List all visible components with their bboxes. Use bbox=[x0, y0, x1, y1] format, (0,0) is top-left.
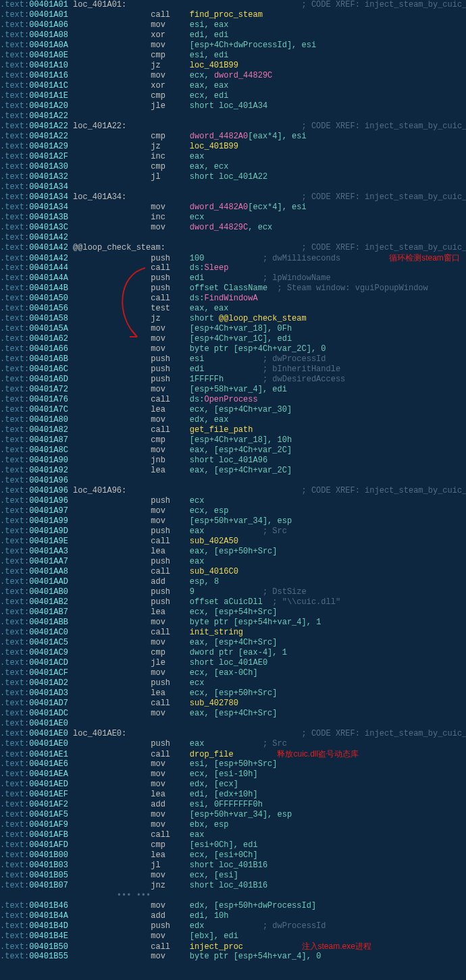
segment: .text: bbox=[0, 283, 29, 293]
operand-part: 4Ch bbox=[214, 40, 229, 50]
operand-part: esp, bbox=[190, 577, 214, 587]
asm-line: .text:00401A30 cmp eax, ecx bbox=[0, 162, 466, 172]
asm-line: .text:00401A01 loc_401A01: ; CODE XREF: … bbox=[0, 0, 466, 10]
mnemonic: lea bbox=[151, 405, 190, 414]
operand-part: ecx, [eax- bbox=[190, 668, 238, 678]
mnemonic: mov bbox=[151, 780, 190, 789]
operand-part: ], edi bbox=[228, 840, 257, 850]
operand-part: ], bbox=[263, 435, 278, 445]
address: 00401B4E bbox=[29, 931, 68, 941]
operand-part: var_34 bbox=[234, 810, 263, 819]
operand-part: 54h bbox=[258, 618, 273, 627]
operand-part: 8 bbox=[214, 577, 219, 587]
asm-line: .text:00401A22 bbox=[0, 111, 466, 121]
operand-part: 50h bbox=[238, 759, 253, 769]
mnemonic: mov bbox=[151, 415, 190, 425]
address: 00401A96 bbox=[29, 476, 68, 485]
asm-line: .text:00401AEA mov ecx, [esi-10h] bbox=[0, 769, 466, 780]
code-label: @@loop_check_steam: bbox=[73, 243, 165, 252]
operand-part: 0Ch bbox=[238, 668, 253, 678]
address: 00401B4A bbox=[29, 911, 68, 921]
code-label: loc_401A34: bbox=[73, 192, 126, 202]
segment: .text: bbox=[0, 618, 29, 627]
operand-part: eax bbox=[190, 830, 205, 840]
operand-part: ], bbox=[302, 952, 317, 961]
asm-line: .text:00401AD2 push ecx bbox=[0, 678, 466, 688]
address: 00401A44 bbox=[29, 263, 68, 273]
address: 00401A0E bbox=[29, 51, 68, 60]
asm-line: .text:00401AE1 call drop_file 释放cuic.dll… bbox=[0, 749, 466, 759]
address: 00401AA3 bbox=[29, 547, 68, 556]
operand-part: [esp+ bbox=[190, 516, 214, 526]
asm-line: .text:00401A80 mov edx, eax bbox=[0, 415, 466, 425]
operand-part: dword_44829C bbox=[190, 223, 248, 232]
address: 00401B03 bbox=[29, 861, 68, 870]
segment: .text: bbox=[0, 152, 29, 161]
code-label: loc_401A01: bbox=[73, 0, 126, 9]
segment: .text: bbox=[0, 547, 29, 556]
operand-part: 10h bbox=[214, 911, 229, 921]
address: 00401A1E bbox=[29, 91, 68, 101]
address: 00401B55 bbox=[29, 952, 68, 961]
segment: .text: bbox=[0, 466, 29, 475]
segment: .text: bbox=[0, 223, 29, 232]
asm-line: .text:00401AE0 bbox=[0, 719, 466, 729]
operand-part: short loc_401B16 bbox=[190, 881, 267, 890]
operand-part: 54h bbox=[238, 607, 253, 617]
operand-part: aCuicDll bbox=[224, 597, 263, 607]
segment: .text: bbox=[0, 739, 29, 748]
mnemonic: mov bbox=[151, 71, 190, 80]
operand-part: + bbox=[228, 334, 233, 344]
mnemonic: add bbox=[151, 911, 190, 921]
address: 00401ACD bbox=[29, 658, 68, 668]
mnemonic: jl bbox=[151, 172, 190, 182]
xref-comment: ; CODE XREF: inject_steam_by_cuic_dll+E0… bbox=[302, 486, 467, 495]
mnemonic: jz bbox=[151, 61, 190, 70]
mnemonic: inc bbox=[151, 152, 190, 161]
asm-line: .text:00401AFD cmp [esi+0Ch], edi bbox=[0, 840, 466, 850]
operand-part: ], esp bbox=[263, 810, 292, 819]
operand-part: 4 bbox=[272, 132, 277, 141]
operand-part: edi bbox=[190, 364, 205, 374]
asm-line: .text:00401AA7 push eax bbox=[0, 557, 466, 567]
mnemonic: call bbox=[151, 537, 190, 546]
operand-part: , ecx bbox=[248, 223, 272, 232]
asm-line: .text:00401A3C mov dword_44829C, ecx bbox=[0, 223, 466, 233]
asm-line: .text:00401A96 bbox=[0, 476, 466, 486]
operand-part: ] bbox=[253, 668, 257, 678]
mnemonic: mov bbox=[151, 516, 190, 526]
operand-part: var_2C bbox=[258, 466, 287, 475]
address: 00401A3B bbox=[29, 213, 68, 222]
address: 00401A56 bbox=[29, 304, 68, 313]
mnemonic: mov bbox=[151, 20, 190, 30]
address: 00401A1C bbox=[29, 81, 68, 90]
xref-comment: ; CODE XREF: inject_steam_by_cuic_dll+82… bbox=[302, 121, 467, 131]
operand-part: 10h bbox=[238, 769, 253, 779]
operand-part: ClassName bbox=[224, 283, 267, 293]
operand-part: 4Ch bbox=[238, 638, 253, 647]
operand-part: 0Ch bbox=[238, 850, 253, 860]
operand-part: Src bbox=[258, 759, 273, 769]
operand-part: + bbox=[228, 40, 233, 50]
operand-part: 50h bbox=[214, 516, 229, 526]
segment: .text: bbox=[0, 101, 29, 111]
segment: .text: bbox=[0, 840, 29, 850]
operand-part: eax bbox=[190, 526, 205, 536]
operand-part: ] bbox=[272, 547, 277, 556]
operand-part: var_4 bbox=[278, 618, 302, 627]
asm-line: .text:00401A56 test eax, eax bbox=[0, 304, 466, 314]
operand-part: 50h bbox=[238, 688, 253, 698]
operand-part: edi bbox=[190, 273, 205, 283]
mnemonic: mov bbox=[151, 506, 190, 516]
mnemonic: push bbox=[151, 254, 190, 263]
asm-line: .text:00401A8C mov eax, [esp+4Ch+var_2C] bbox=[0, 445, 466, 456]
asm-line: .text:00401A34 loc_401A34: ; CODE XREF: … bbox=[0, 192, 466, 202]
segment: .text: bbox=[0, 901, 29, 910]
asm-line: .text:00401A82 call get_file_path bbox=[0, 425, 466, 435]
mnemonic: mov bbox=[151, 385, 190, 394]
address: 00401AE1 bbox=[29, 750, 68, 759]
asm-line: .text:00401A4B push offset ClassName ; S… bbox=[0, 283, 466, 294]
address: 00401A6D bbox=[29, 375, 68, 384]
mnemonic: mov bbox=[151, 931, 190, 941]
operand-part: ], bbox=[307, 344, 321, 354]
